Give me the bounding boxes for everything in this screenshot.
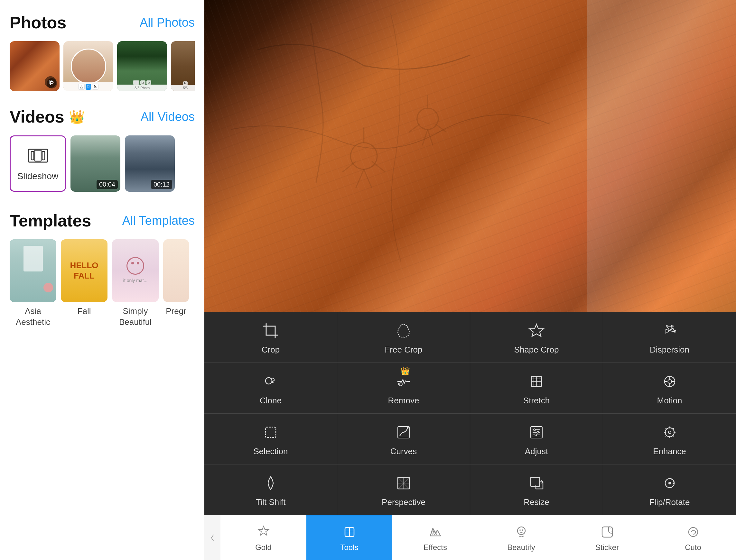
svg-point-11 — [417, 108, 438, 129]
photo-fx-icon: fx — [92, 84, 99, 90]
video-duration-1: 00:04 — [97, 180, 118, 189]
shape-crop-tool[interactable]: Shape Crop — [470, 312, 603, 363]
nav-gold[interactable]: Gold — [220, 515, 306, 560]
left-panel: Photos All Photos P △ □ fx — [0, 0, 204, 560]
resize-label: Resize — [524, 497, 549, 507]
svg-point-31 — [668, 380, 672, 383]
free-crop-tool[interactable]: Free Crop — [337, 312, 470, 363]
remove-premium-crown: 👑 — [400, 367, 410, 376]
template-preg-label: Pregr — [166, 306, 186, 317]
template-fall[interactable]: HELLOFALL Fall — [61, 239, 107, 328]
template-preg[interactable]: Pregr — [163, 239, 189, 328]
clone-tool[interactable]: Clone — [204, 363, 337, 413]
effects-nav-icon: fx — [427, 524, 444, 540]
videos-title: Videos 👑 — [10, 107, 85, 126]
photo-woman-thumb[interactable]: △ □ fx — [63, 41, 113, 91]
green-icon3: fx — [146, 80, 152, 85]
svg-text:fx: fx — [432, 529, 438, 536]
enhance-label: Enhance — [653, 446, 686, 456]
svg-point-5 — [350, 143, 377, 170]
shape-crop-label: Shape Crop — [514, 345, 559, 355]
svg-point-20 — [265, 378, 272, 384]
all-photos-link[interactable]: All Photos — [140, 16, 195, 30]
bottom-nav: Gold Tools fx Effects — [204, 515, 736, 560]
svg-point-69 — [520, 529, 521, 531]
tools-panel: Crop Free Crop Shape Crop — [204, 312, 736, 515]
hello-fall-text: HELLOFALL — [70, 261, 98, 280]
tools-row-4: Tilt Shift Perspective — [204, 464, 736, 515]
adjust-label: Adjust — [525, 446, 548, 456]
svg-point-45 — [535, 434, 537, 436]
perspective-label: Perspective — [382, 497, 426, 507]
photo-rock-thumb[interactable]: P — [10, 41, 60, 91]
flip-rotate-icon — [660, 473, 679, 493]
templates-grid: AsiaAesthetic HELLOFALL Fall — [10, 239, 195, 328]
svg-point-43 — [534, 429, 536, 431]
photo-red-thumb[interactable]: 5/5 fx — [171, 41, 195, 91]
enhance-tool[interactable]: Enhance — [603, 414, 736, 464]
svg-rect-4 — [587, 0, 736, 312]
svg-point-72 — [689, 528, 698, 537]
motion-tool[interactable]: Motion — [603, 363, 736, 413]
template-asia[interactable]: AsiaAesthetic — [10, 239, 56, 328]
nav-beautify[interactable]: Beautify — [478, 515, 564, 560]
videos-section: Videos 👑 All Videos Slideshow — [10, 107, 195, 192]
flip-rotate-tool[interactable]: Flip/Rotate — [603, 464, 736, 515]
svg-point-68 — [518, 527, 525, 535]
photo-green-thumb[interactable]: 3/5 Photo ⬜ fx fx — [117, 41, 167, 91]
nav-cutout[interactable]: Cuto — [650, 515, 736, 560]
templates-section: Templates All Templates AsiaAesthetic HE… — [10, 211, 195, 328]
dispersion-label: Dispersion — [650, 345, 689, 355]
crop-label: Crop — [262, 345, 280, 355]
green-icon2: fx — [140, 80, 145, 85]
curves-label: Curves — [391, 446, 417, 456]
remove-tool[interactable]: 👑 Remove — [337, 363, 470, 413]
videos-section-header: Videos 👑 All Videos — [10, 107, 195, 126]
svg-point-44 — [537, 431, 539, 433]
resize-tool[interactable]: Resize — [470, 464, 603, 515]
adjust-icon — [527, 423, 546, 442]
selection-tool[interactable]: Selection — [204, 414, 337, 464]
svg-point-47 — [668, 431, 671, 434]
rock-background — [204, 0, 736, 312]
all-templates-link[interactable]: All Templates — [122, 214, 195, 228]
video-fog-thumb[interactable]: 00:04 — [70, 135, 120, 192]
curves-tool[interactable]: Curves — [337, 414, 470, 464]
nav-back-area — [206, 0, 216, 560]
selection-label: Selection — [253, 446, 288, 456]
adjust-tool[interactable]: Adjust — [470, 414, 603, 464]
slideshow-label: Slideshow — [17, 171, 59, 181]
nav-sticker[interactable]: Sticker — [564, 515, 650, 560]
slideshow-card[interactable]: Slideshow — [10, 135, 66, 192]
perspective-icon — [394, 473, 413, 493]
crop-tool[interactable]: Crop — [204, 312, 337, 363]
templates-title: Templates — [10, 211, 91, 230]
tilt-shift-icon — [261, 473, 280, 493]
image-area — [204, 0, 736, 312]
tools-row-1: Crop Free Crop Shape Crop — [204, 312, 736, 363]
svg-point-21 — [272, 381, 273, 383]
svg-line-7 — [343, 161, 356, 172]
remove-label: Remove — [388, 396, 419, 406]
stretch-tool[interactable]: Stretch — [470, 363, 603, 413]
perspective-tool[interactable]: Perspective — [337, 464, 470, 515]
template-simply-label: SimplyBeautiful — [119, 306, 152, 328]
clone-label: Clone — [260, 396, 281, 406]
picsart-logo-icon: P — [49, 79, 52, 86]
photo-count: 3/5 Photo — [134, 86, 150, 90]
videos-crown-icon: 👑 — [69, 109, 85, 124]
all-videos-link[interactable]: All Videos — [141, 110, 195, 124]
dispersion-tool[interactable]: Dispersion — [603, 312, 736, 363]
video-house-thumb[interactable]: 00:12 — [125, 135, 175, 192]
resize-icon — [527, 473, 546, 493]
photos-section-header: Photos All Photos — [10, 13, 195, 32]
photos-grid: P △ □ fx 3/5 Photo — [10, 41, 195, 91]
nav-effects[interactable]: fx Effects — [392, 515, 478, 560]
tilt-shift-tool[interactable]: Tilt Shift — [204, 464, 337, 515]
svg-line-55 — [666, 435, 667, 436]
templates-section-header: Templates All Templates — [10, 211, 195, 230]
template-simply[interactable]: it only mat... SimplyBeautiful — [112, 239, 159, 328]
red-photo-count: 5/5 — [183, 86, 188, 90]
svg-line-52 — [666, 428, 667, 429]
nav-tools[interactable]: Tools — [306, 515, 392, 560]
